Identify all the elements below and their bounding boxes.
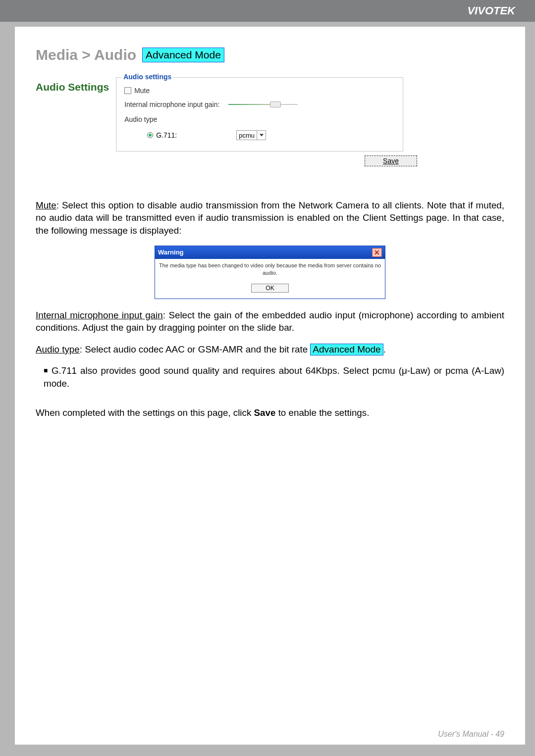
codec-select[interactable]: pcmu: [236, 130, 266, 140]
audio-type-desc-post: .: [383, 344, 386, 354]
mode-badge: Advanced Mode: [142, 48, 224, 62]
chevron-down-icon: [257, 131, 266, 140]
save-button[interactable]: Save: [365, 155, 417, 166]
save-note-post: to enable the settings.: [275, 407, 369, 418]
gain-slider[interactable]: [228, 101, 298, 108]
close-icon[interactable]: ✕: [372, 248, 382, 257]
fieldset-legend: Audio settings: [121, 73, 173, 81]
breadcrumb: Media > Audio: [36, 47, 136, 63]
section-heading: Audio Settings: [36, 81, 109, 93]
dialog-message: The media type has been changed to video…: [155, 259, 385, 282]
dialog-ok-button[interactable]: OK: [251, 284, 288, 293]
save-note-bold: Save: [254, 407, 276, 418]
radio-dot: [149, 134, 152, 137]
audio-type-desc-pre: : Select audio codec AAC or GSM-AMR and …: [80, 344, 311, 354]
mute-desc: : Select this option to disable audio tr…: [36, 200, 504, 236]
mute-term: Mute: [36, 200, 56, 210]
mute-checkbox[interactable]: [124, 87, 131, 94]
audio-settings-fieldset: Audio settings Mute Internal microphone …: [116, 77, 403, 151]
slider-rail: [228, 104, 298, 105]
gain-label: Internal microphone input gain:: [124, 101, 228, 108]
bullet-g711: G.711 also provides good sound quality a…: [44, 364, 504, 390]
save-note-pre: When completed with the settings on this…: [36, 407, 254, 418]
g711-label: G.711:: [156, 131, 177, 139]
gain-term: Internal microphone input gain: [36, 310, 163, 320]
page: Media > Audio Advanced Mode Audio Settin…: [15, 27, 525, 745]
header-bar: VIVOTEK: [0, 0, 535, 22]
mute-label: Mute: [134, 87, 150, 95]
slider-thumb[interactable]: [270, 101, 281, 107]
mode-badge-inline: Advanced Mode: [310, 344, 383, 356]
brand: VIVOTEK: [467, 4, 515, 17]
audio-type-term: Audio type: [36, 344, 80, 354]
codec-value: pcmu: [237, 132, 257, 139]
footer: User's Manual - 49: [36, 730, 504, 739]
warning-dialog: Warning ✕ The media type has been change…: [155, 246, 385, 299]
dialog-title: Warning: [158, 248, 184, 257]
audio-type-label: Audio type: [124, 115, 395, 123]
g711-radio[interactable]: [147, 132, 153, 138]
